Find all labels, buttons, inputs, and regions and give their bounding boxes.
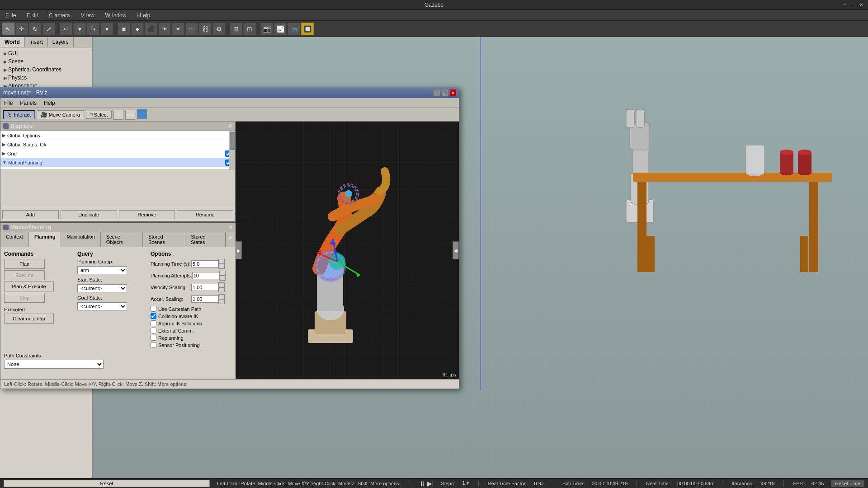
disp-arrow-grid[interactable]: ▶ xyxy=(2,151,6,156)
rviz-minimize-btn[interactable]: ─ xyxy=(434,89,440,96)
title-bar-controls[interactable]: ─ □ ✕ xyxy=(842,1,864,8)
execute-btn[interactable]: Execute xyxy=(4,270,45,280)
rviz-collapse-left-btn[interactable]: ▶ xyxy=(236,241,242,259)
add-display-btn[interactable]: Add xyxy=(2,210,59,219)
tree-spherical-coords[interactable]: ▶ Spherical Coordinates xyxy=(2,66,90,74)
move-camera-btn[interactable]: 🎥 Move Camera xyxy=(37,110,84,119)
maximize-icon[interactable]: □ xyxy=(850,1,856,8)
toolbar-select-btn[interactable]: ↖ xyxy=(2,23,14,35)
planning-group-select[interactable]: arm xyxy=(77,266,127,274)
start-state-select[interactable]: <current> xyxy=(77,284,127,292)
tab-planning[interactable]: Planning xyxy=(29,232,61,247)
disp-row-grid[interactable]: ▶ Grid xyxy=(0,149,235,158)
tab-manipulation[interactable]: Manipulation xyxy=(61,232,100,247)
duplicate-display-btn[interactable]: Duplicate xyxy=(61,210,117,219)
planning-time-input[interactable] xyxy=(191,260,218,267)
accel-scaling-down[interactable]: ▼ xyxy=(218,299,225,304)
planning-attempts-input[interactable] xyxy=(192,272,219,279)
tab-stored-states[interactable]: Stored States xyxy=(185,232,226,247)
rviz-maximize-btn[interactable]: □ xyxy=(442,89,448,96)
step-btn[interactable]: ▶| xyxy=(427,480,434,487)
menu-edit[interactable]: Edit xyxy=(23,11,40,19)
toolbar-translate-btn[interactable]: ✛ xyxy=(15,23,28,35)
velocity-scaling-input[interactable] xyxy=(191,284,218,291)
plan-execute-btn[interactable]: Plan & Execute xyxy=(4,282,54,291)
tree-physics[interactable]: ▶ Physics xyxy=(2,74,90,82)
disp-row-global-status[interactable]: ▶ Global Status: Ok xyxy=(0,140,235,149)
mp-tabs-more-btn[interactable]: ▶ xyxy=(226,232,236,247)
tab-insert[interactable]: Insert xyxy=(25,37,48,47)
velocity-scaling-down[interactable]: ▼ xyxy=(218,287,225,292)
remove-display-btn[interactable]: Remove xyxy=(119,210,175,219)
toolbar-redo-dropdown[interactable]: ▾ xyxy=(100,23,113,35)
menu-window[interactable]: Window xyxy=(102,11,128,19)
toolbar-undo-dropdown[interactable]: ▾ xyxy=(73,23,86,35)
close-icon[interactable]: ✕ xyxy=(858,1,864,8)
rviz-menu-panels[interactable]: Panels xyxy=(18,99,38,107)
rviz-3d-viewport[interactable]: 31 fps ◀ ▶ xyxy=(236,122,459,379)
toolbar-redo-btn[interactable]: ↪ xyxy=(87,23,99,35)
accel-scaling-up[interactable]: ▲ xyxy=(218,294,225,299)
planning-attempts-up[interactable]: ▲ xyxy=(219,271,226,276)
tab-stored-scenes[interactable]: Stored Scenes xyxy=(143,232,185,247)
planning-attempts-down[interactable]: ▼ xyxy=(219,276,226,281)
disp-row-motion-planning[interactable]: ▼ MotionPlanning xyxy=(0,158,235,167)
toolbar-scale-btn[interactable]: ⤢ xyxy=(42,23,55,35)
rename-display-btn[interactable]: Rename xyxy=(177,210,233,219)
toolbar-undo-btn[interactable]: ↩ xyxy=(60,23,72,35)
toolbar-mesh-btn[interactable]: ✦ xyxy=(172,23,184,35)
tree-scene[interactable]: ▶ Scene xyxy=(2,57,90,66)
toolbar-sphere-btn[interactable]: ● xyxy=(131,23,144,35)
tab-world[interactable]: World xyxy=(0,37,25,47)
stop-btn[interactable]: Stop xyxy=(4,293,45,303)
mp-close-icon[interactable]: ✕ xyxy=(228,224,233,230)
reset-time-btn[interactable]: Reset Time xyxy=(831,480,864,487)
approx-ik-checkbox[interactable] xyxy=(151,320,156,326)
reset-btn[interactable]: Reset xyxy=(4,480,210,487)
pause-btn[interactable]: ⏸ xyxy=(419,480,425,487)
use-cartesian-path-checkbox[interactable] xyxy=(151,306,156,312)
tab-scene-objects[interactable]: Scene Objects xyxy=(101,232,143,247)
sensor-positioning-checkbox[interactable] xyxy=(151,342,156,348)
disp-arrow-motion-planning[interactable]: ▼ xyxy=(2,160,7,165)
planning-time-down[interactable]: ▼ xyxy=(218,264,225,269)
displays-scrollbar[interactable] xyxy=(229,131,235,169)
collision-aware-ik-checkbox[interactable] xyxy=(151,313,156,319)
planning-time-up[interactable]: ▲ xyxy=(218,259,225,264)
toolbar-cylinder-btn[interactable]: ⬛ xyxy=(145,23,157,35)
menu-help[interactable]: Help xyxy=(133,11,152,19)
menu-file[interactable]: File xyxy=(2,11,18,19)
tab-context[interactable]: Context xyxy=(0,232,29,247)
toolbar-chart-btn[interactable]: 📈 xyxy=(274,23,287,35)
rviz-collapse-right-btn[interactable]: ◀ xyxy=(453,241,459,259)
minimize-icon[interactable]: ─ xyxy=(842,1,848,8)
rviz-menu-file[interactable]: File xyxy=(2,99,14,107)
color-picker-btn[interactable] xyxy=(137,109,147,120)
select-btn[interactable]: □ Select xyxy=(86,111,112,119)
toolbar-pointcloud-btn[interactable]: ⋯ xyxy=(185,23,198,35)
plan-btn[interactable]: Plan xyxy=(4,259,45,269)
accel-scaling-input[interactable] xyxy=(191,296,218,303)
toolbar-align-btn[interactable]: ⊞ xyxy=(230,23,242,35)
displays-tree[interactable]: ▶ Global Options ▶ Global Status: Ok ▶ G… xyxy=(0,131,235,169)
disp-row-global-options[interactable]: ▶ Global Options xyxy=(0,131,235,140)
focus-camera-icon-btn[interactable]: ✛ xyxy=(113,110,123,120)
toolbar-link-btn[interactable]: ⛓ xyxy=(199,23,212,35)
toolbar-box-btn[interactable]: ■ xyxy=(118,23,130,35)
velocity-scaling-up[interactable]: ▲ xyxy=(218,282,225,287)
toolbar-snap-btn[interactable]: ⊡ xyxy=(243,23,256,35)
disp-arrow-status-ok[interactable]: ▶ xyxy=(9,169,13,169)
replanning-checkbox[interactable] xyxy=(151,335,156,341)
toolbar-light-btn[interactable]: ☀ xyxy=(158,23,171,35)
external-comm-checkbox[interactable] xyxy=(151,328,156,333)
path-constraints-select[interactable]: None xyxy=(4,360,104,369)
tree-gui[interactable]: ▶ GUI xyxy=(2,49,90,57)
interact-btn[interactable]: 🖱 Interact xyxy=(3,110,35,119)
menu-view[interactable]: View xyxy=(77,11,96,19)
disp-arrow-global-status[interactable]: ▶ xyxy=(2,142,6,147)
toolbar-joint-btn[interactable]: ⚙ xyxy=(212,23,225,35)
measure-icon-btn[interactable]: ⟺ xyxy=(125,110,135,120)
toolbar-rotate-btn[interactable]: ↻ xyxy=(29,23,42,35)
clear-octomap-btn[interactable]: Clear octomap xyxy=(4,314,54,324)
displays-close-icon[interactable]: ✕ xyxy=(228,123,232,129)
